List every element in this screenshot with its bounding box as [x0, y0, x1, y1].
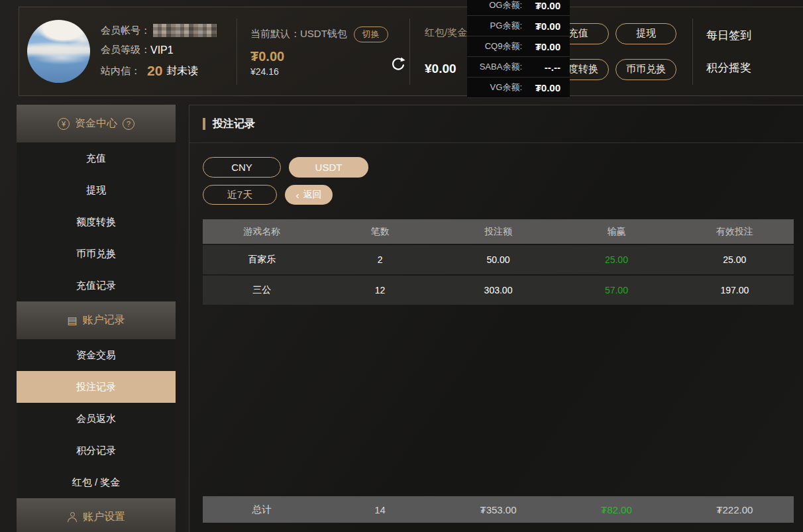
- bonus-value: ¥0.00: [425, 62, 467, 76]
- account-label: 会员帐号：: [101, 25, 150, 37]
- sidebar-item-币币兑换[interactable]: 币币兑换: [17, 238, 176, 270]
- default-wallet-label: 当前默认：USDT钱包: [250, 28, 347, 40]
- wallet-section: 当前默认：USDT钱包 切换 ₮0.00 ¥24.16: [237, 27, 409, 77]
- table-header-cell: 输赢: [557, 226, 675, 238]
- table-header-cell: 有效投注: [676, 226, 794, 238]
- sidebar-section-资金中心[interactable]: ¥资金中心?: [17, 105, 176, 142]
- table-cell: 12: [321, 285, 439, 295]
- table-header-cell: 投注额: [439, 226, 557, 238]
- bet-records-panel: 投注记录 CNYUSDT 近7天 ‹ 返回 游戏名称笔数投注额输赢有效投注 百家…: [189, 105, 803, 532]
- sidebar-item-积分记录[interactable]: 积分记录: [17, 435, 176, 466]
- table-footer-cell: ₮353.00: [439, 504, 557, 515]
- table-cell: 57.00: [557, 285, 675, 295]
- table-cell: 三公: [203, 284, 321, 296]
- provider-balance-value: ₮0.00: [530, 21, 561, 32]
- balance-dropdown-row: OG余额:₮0.00: [467, 0, 570, 16]
- sidebar-item-额度转换[interactable]: 额度转换: [17, 206, 176, 238]
- sidebar-item-红包 / 奖金[interactable]: 红包 / 奖金: [17, 466, 176, 498]
- level-label: 会员等级：: [101, 44, 150, 56]
- table-footer-cell: 总计: [203, 504, 321, 516]
- table-cell: 百家乐: [203, 254, 321, 266]
- person-icon: [67, 512, 78, 522]
- balance-dropdown-row: PG余额:₮0.00: [467, 16, 570, 36]
- switch-wallet-button[interactable]: 切换: [354, 27, 388, 42]
- sidebar-item-会员返水[interactable]: 会员返水: [17, 403, 176, 435]
- refresh-icon[interactable]: [390, 56, 407, 73]
- inbox-row[interactable]: 站内信： 20 封未读: [101, 63, 217, 79]
- table-cell: 25.00: [557, 254, 675, 265]
- help-icon[interactable]: ?: [123, 118, 134, 130]
- table-cell: 50.00: [439, 254, 557, 265]
- bonus-section: 红包/奖金 ¥0.00: [410, 27, 467, 76]
- provider-balance-value: ₮0.00: [530, 0, 561, 11]
- table-row: 三公12303.0057.00197.00: [203, 276, 794, 305]
- back-button-label: 返回: [303, 189, 322, 201]
- inbox-label: 站内信：: [101, 65, 140, 78]
- currency-tab-USDT[interactable]: USDT: [289, 157, 368, 178]
- back-button[interactable]: ‹ 返回: [285, 185, 333, 205]
- sidebar-section-title: 账户记录: [83, 313, 125, 327]
- table-header-row: 游戏名称笔数投注额输赢有效投注: [203, 219, 794, 244]
- provider-balance-value: ₮0.00: [530, 82, 561, 93]
- account-row: 会员帐号：: [101, 24, 217, 37]
- provider-balance-label: VG余额:: [490, 81, 522, 93]
- provider-balance-label: PG余额:: [490, 20, 522, 32]
- account-header-card: 会员帐号： 会员等级： VIP1 站内信： 20 封未读 当前默认：USDT钱包…: [19, 7, 803, 96]
- table-header-cell: 游戏名称: [203, 226, 321, 238]
- range-7days-button[interactable]: 近7天: [203, 185, 277, 205]
- table-cell: 197.00: [676, 285, 794, 295]
- bet-records-table: 游戏名称笔数投注额输赢有效投注 百家乐250.0025.0025.00三公123…: [203, 219, 794, 305]
- sidebar-section-账户记录[interactable]: ▤账户记录: [17, 301, 176, 339]
- wallet-usdt-balance: ₮0.00: [250, 49, 409, 64]
- chevron-left-icon: ‹: [296, 190, 299, 200]
- sidebar-item-投注记录[interactable]: 投注记录: [17, 371, 176, 403]
- daily-links: 每日签到积分摇奖: [706, 28, 751, 76]
- table-body: 百家乐250.0025.0025.00三公12303.0057.00197.00: [203, 245, 794, 305]
- title-accent-bar: [203, 118, 205, 130]
- balance-dropdown-row: CQ9余额:₮0.00: [467, 36, 570, 57]
- wallet-cny-balance: ¥24.16: [250, 66, 409, 77]
- sidebar-section-title: 账户设置: [83, 510, 125, 524]
- sidebar-section-账户设置[interactable]: 账户设置: [17, 498, 176, 532]
- panel-title-row: 投注记录: [189, 105, 803, 143]
- provider-balance-dropdown: OG余额:₮0.00PG余额:₮0.00CQ9余额:₮0.00SABA余额:--…: [467, 0, 570, 98]
- table-cell: 2: [321, 254, 439, 265]
- balance-dropdown-row: SABA余额:--.--: [467, 57, 570, 78]
- daily-link-积分摇奖[interactable]: 积分摇奖: [706, 60, 751, 76]
- provider-balance-label: SABA余额:: [480, 61, 522, 73]
- table-footer-cell: 14: [321, 504, 439, 515]
- table-row: 百家乐250.0025.0025.00: [203, 245, 794, 274]
- sidebar: ¥资金中心?充值提现额度转换币币兑换充值记录▤账户记录资金交易投注记录会员返水积…: [17, 105, 176, 532]
- person-head: [70, 512, 75, 517]
- sidebar-item-提现[interactable]: 提现: [17, 174, 176, 206]
- provider-balance-value: ₮0.00: [530, 41, 561, 52]
- sidebar-item-充值[interactable]: 充值: [17, 142, 176, 174]
- table-footer-row: 总计14₮353.00₮82.00₮222.00: [203, 496, 794, 523]
- level-row: 会员等级： VIP1: [101, 44, 217, 56]
- avatar[interactable]: [27, 20, 90, 83]
- person-body: [68, 517, 77, 522]
- table-header-cell: 笔数: [321, 226, 439, 238]
- provider-balance-label: CQ9余额:: [485, 40, 522, 52]
- profile-section: 会员帐号： 会员等级： VIP1 站内信： 20 封未读: [19, 20, 237, 83]
- page-title: 投注记录: [213, 117, 255, 131]
- sidebar-item-充值记录[interactable]: 充值记录: [17, 270, 176, 301]
- account-name-blurred: [153, 24, 217, 37]
- daily-link-每日签到[interactable]: 每日签到: [706, 28, 751, 43]
- inbox-suffix: 封未读: [166, 64, 198, 78]
- action-button-提现[interactable]: 提现: [616, 23, 676, 44]
- table-footer-cell: ₮222.00: [676, 504, 794, 515]
- bonus-label: 红包/奖金: [425, 27, 467, 39]
- level-value: VIP1: [150, 44, 174, 56]
- table-cell: 25.00: [676, 254, 794, 265]
- yen-circle-icon: ¥: [58, 118, 70, 130]
- action-button-币币兑换[interactable]: 币币兑换: [616, 59, 676, 80]
- provider-balance-label: OG余额:: [489, 0, 522, 11]
- provider-balance-value: --.--: [530, 62, 561, 73]
- table-footer-cell: ₮82.00: [557, 504, 675, 515]
- inbox-unread-count: 20: [147, 63, 162, 79]
- divider: [692, 19, 693, 85]
- currency-tab-CNY[interactable]: CNY: [203, 157, 281, 178]
- filters: CNYUSDT 近7天 ‹ 返回: [189, 143, 803, 205]
- sidebar-item-资金交易[interactable]: 资金交易: [17, 339, 176, 371]
